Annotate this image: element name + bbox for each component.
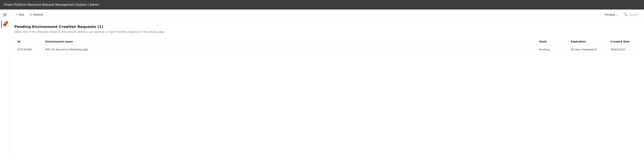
filter-value: Pending (605, 13, 615, 16)
refresh-icon: ↻ (30, 13, 32, 16)
page-title: Pending Environment Creation Requests (1… (14, 25, 639, 29)
page-subtitle: Select one of the requests below to view… (14, 30, 639, 33)
app-title: Power Platform Resource Request Manageme… (4, 3, 99, 6)
inbox-icon-container: 📤 1 (2, 22, 7, 27)
page-content: Pending Environment Creation Requests (1… (10, 20, 644, 154)
hamburger-menu-button[interactable] (1, 11, 8, 18)
col-header-id: Id (14, 38, 42, 45)
sidebar-item-inbox[interactable]: 📤 1 (1, 21, 8, 28)
cell-id: ECR-01000 (14, 45, 42, 54)
col-header-created-date: Created date (608, 38, 639, 45)
chevron-down-icon: ⌄ (616, 13, 618, 16)
hamburger-line-1 (3, 13, 6, 14)
table-body: ECR-01000POC for Dynamics Marketing AppP… (14, 45, 639, 54)
search-label: Search (629, 13, 638, 16)
table-row[interactable]: ECR-01000POC for Dynamics Marketing AppP… (14, 45, 639, 54)
cell-env_name: POC for Dynamics Marketing App (42, 45, 536, 54)
new-label: New (18, 13, 24, 16)
col-header-expiration: Expiration (568, 38, 608, 45)
cell-created_date: 08/02/2021 (608, 45, 639, 54)
refresh-label: Refresh (34, 13, 43, 16)
col-header-env-name: Environment name (42, 38, 536, 45)
sidebar: 📤 1 (0, 9, 10, 154)
toolbar-left: + New ↻ Refresh (14, 11, 603, 18)
top-bar: Power Platform Resource Request Manageme… (0, 0, 644, 9)
refresh-button[interactable]: ↻ Refresh (28, 11, 45, 18)
hamburger-line-2 (3, 14, 6, 15)
toolbar: + New ↻ Refresh Pending ⌄ 🔍 Search (10, 9, 644, 20)
content-area: + New ↻ Refresh Pending ⌄ 🔍 Search (10, 9, 644, 154)
main-layout: 📤 1 + New ↻ Refresh Pending ⌄ (0, 9, 644, 154)
requests-table: Id Environment name State Expiration Cre… (14, 38, 639, 54)
search-icon: 🔍 (624, 13, 628, 16)
hamburger-line-3 (3, 16, 6, 16)
filter-dropdown-button[interactable]: Pending ⌄ (603, 12, 620, 17)
new-button[interactable]: + New (14, 12, 26, 18)
cell-expiration: 60 days (requested) (568, 45, 608, 54)
cell-state: Pending (536, 45, 568, 54)
table-header-row: Id Environment name State Expiration Cre… (14, 38, 639, 45)
col-header-state: State (536, 38, 568, 45)
table-header: Id Environment name State Expiration Cre… (14, 38, 639, 45)
plus-icon: + (16, 13, 17, 16)
toolbar-right: Pending ⌄ 🔍 Search (603, 12, 640, 17)
inbox-badge: 1 (5, 21, 8, 24)
search-container[interactable]: 🔍 Search (622, 12, 640, 17)
